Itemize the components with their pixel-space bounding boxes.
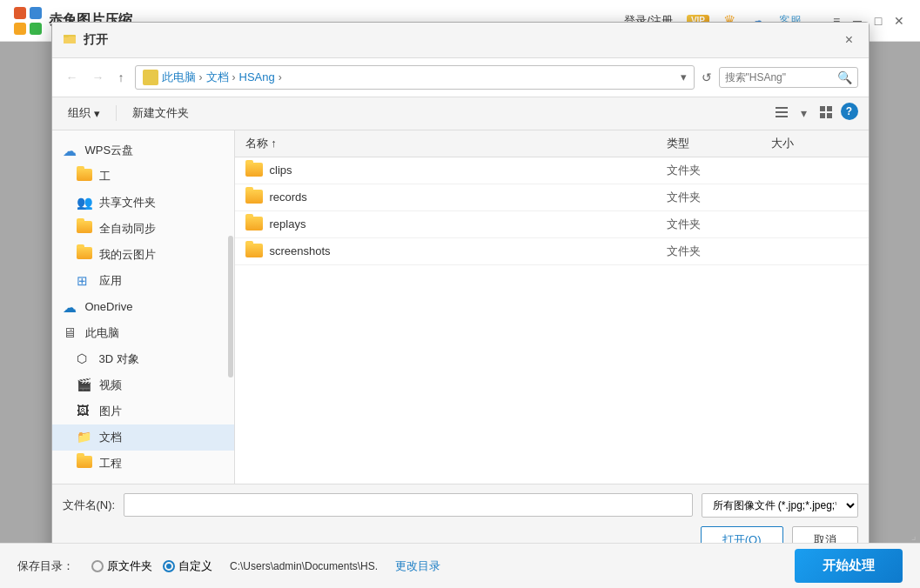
breadcrumb-part-pc[interactable]: 此电脑 [162, 70, 196, 85]
sidebar-item-work[interactable]: 工 [52, 164, 234, 190]
view-details-button[interactable] [770, 103, 793, 124]
breadcrumb-part-hsang[interactable]: HSAng [239, 70, 275, 84]
svg-rect-10 [820, 106, 825, 111]
col-size-header[interactable]: 大小 [771, 136, 858, 151]
auto-sync-icon [77, 221, 92, 237]
table-row[interactable]: replays 文件夹 [235, 211, 869, 238]
sidebar-label-3d: 3D 对象 [99, 351, 139, 367]
radio-custom-folder[interactable]: 自定义 [163, 558, 212, 574]
svg-rect-9 [776, 116, 788, 117]
file-list-area: 名称 ↑ 类型 大小 clips 文件夹 records 文件夹 [235, 130, 869, 484]
up-button[interactable]: ↑ [115, 69, 128, 86]
svg-rect-3 [30, 23, 42, 35]
app-logo [14, 7, 42, 35]
sidebar-item-this-pc[interactable]: 🖥 此电脑 [52, 320, 234, 346]
change-dir-button[interactable]: 更改目录 [395, 558, 440, 574]
sidebar-label-apps: 应用 [99, 273, 122, 289]
onedrive-icon: ☁ [63, 299, 78, 315]
file-name: replays [270, 217, 667, 231]
sidebar-item-cloud-img[interactable]: 我的云图片 [52, 242, 234, 268]
dialog-title-icon [63, 31, 77, 48]
resize-handle[interactable]: ⌟ [911, 531, 917, 541]
view-dropdown-button[interactable]: ▾ [796, 103, 811, 124]
svg-rect-1 [30, 7, 42, 19]
sidebar-label-documents: 文档 [99, 430, 122, 445]
path-folder-icon [143, 70, 158, 85]
col-type-header[interactable]: 类型 [667, 136, 771, 151]
dialog-close-button[interactable]: × [841, 31, 858, 49]
svg-rect-11 [827, 106, 832, 111]
svg-rect-13 [827, 113, 832, 118]
search-box: 🔍 [719, 67, 858, 88]
filetype-select[interactable]: 所有图像文件 (*.jpg;*.jpeg;*.p [702, 493, 858, 518]
file-toolbar: 组织 ▾ 新建文件夹 ▾ [52, 97, 869, 130]
start-process-button[interactable]: 开始处理 [795, 549, 903, 583]
sidebar-label-work: 工 [99, 169, 111, 184]
apps-icon: ⊞ [77, 273, 92, 289]
sidebar-scrollbar[interactable] [228, 236, 233, 377]
path-dropdown-button[interactable]: ▾ [681, 70, 687, 84]
sidebar-item-videos[interactable]: 🎬 视频 [52, 372, 234, 398]
pc-icon: 🖥 [63, 325, 78, 341]
maximize-button[interactable]: □ [871, 14, 885, 28]
radio-original-circle [91, 560, 104, 572]
radio-dot [166, 564, 171, 569]
wps-cloud-icon: ☁ [63, 143, 78, 158]
documents-icon: 📁 [77, 430, 92, 445]
organize-button[interactable]: 组织 ▾ [63, 103, 105, 124]
save-dir-radio-group: 原文件夹 自定义 [91, 558, 212, 574]
address-bar: ← → ↑ 此电脑 › 文档 › HSAng › ▾ ↺ [52, 58, 869, 97]
sidebar-label-pictures: 图片 [99, 404, 122, 419]
help-button[interactable]: ? [841, 103, 858, 120]
sidebar-label-auto-sync: 全自动同步 [99, 221, 156, 237]
view-buttons: ▾ ? [770, 103, 858, 124]
sidebar-item-3d[interactable]: ⬡ 3D 对象 [52, 346, 234, 372]
file-name: clips [270, 164, 667, 177]
sidebar-item-shared[interactable]: 👥 共享文件夹 [52, 190, 234, 216]
sidebar-label-work2: 工程 [99, 456, 122, 471]
back-button[interactable]: ← [63, 69, 82, 86]
address-path: 此电脑 › 文档 › HSAng › ▾ [135, 65, 695, 90]
save-dir-label: 保存目录： [17, 558, 74, 574]
filename-input[interactable] [124, 493, 692, 517]
sidebar-item-pictures[interactable]: 🖼 图片 [52, 398, 234, 424]
sidebar: ☁ WPS云盘 工 👥 共享文件夹 [52, 130, 235, 484]
sidebar-item-documents[interactable]: 📁 文档 [52, 424, 234, 451]
view-large-icon-button[interactable] [815, 103, 837, 124]
sidebar-label-cloud-img: 我的云图片 [99, 247, 156, 263]
3d-icon: ⬡ [77, 351, 92, 367]
folder-row-icon [245, 190, 263, 205]
filename-label: 文件名(N): [63, 498, 116, 513]
shared-icon: 👥 [77, 195, 92, 210]
save-path-display: C:\Users\admin\Documents\HS. [230, 560, 378, 572]
new-folder-button[interactable]: 新建文件夹 [127, 103, 194, 124]
file-type: 文件夹 [667, 190, 771, 205]
folder-icon-work [77, 169, 92, 184]
organize-dropdown-icon: ▾ [94, 107, 100, 120]
dialog-content: ☁ WPS云盘 工 👥 共享文件夹 [52, 130, 869, 484]
radio-original-folder[interactable]: 原文件夹 [91, 558, 152, 574]
svg-rect-0 [14, 7, 26, 19]
table-row[interactable]: clips 文件夹 [235, 157, 869, 184]
work2-icon [77, 456, 92, 471]
folder-row-icon [245, 217, 263, 232]
col-name-header[interactable]: 名称 ↑ [245, 136, 667, 151]
forward-button[interactable]: → [89, 69, 108, 86]
sidebar-item-onedrive[interactable]: ☁ OneDrive [52, 294, 234, 320]
table-row[interactable]: screenshots 文件夹 [235, 238, 869, 265]
sidebar-item-work2[interactable]: 工程 [52, 451, 234, 477]
sidebar-label-this-pc: 此电脑 [85, 325, 119, 341]
table-row[interactable]: records 文件夹 [235, 184, 869, 211]
bottom-bar: 保存目录： 原文件夹 自定义 C:\Users\admin\Documents\… [0, 543, 920, 588]
window-close-button[interactable]: ✕ [892, 14, 906, 28]
file-type: 文件夹 [667, 163, 771, 178]
file-type: 文件夹 [667, 217, 771, 232]
refresh-button[interactable]: ↺ [702, 70, 712, 84]
sidebar-item-wps-cloud[interactable]: ☁ WPS云盘 [52, 137, 234, 164]
search-input[interactable] [725, 71, 837, 84]
breadcrumb-part-docs[interactable]: 文档 [206, 70, 229, 85]
sidebar-item-apps[interactable]: ⊞ 应用 [52, 268, 234, 294]
folder-row-icon [245, 163, 263, 178]
sidebar-item-auto-sync[interactable]: 全自动同步 [52, 216, 234, 242]
app-body: 打开 × ← → ↑ 此电脑 › 文档 › HSAng › [0, 42, 920, 588]
